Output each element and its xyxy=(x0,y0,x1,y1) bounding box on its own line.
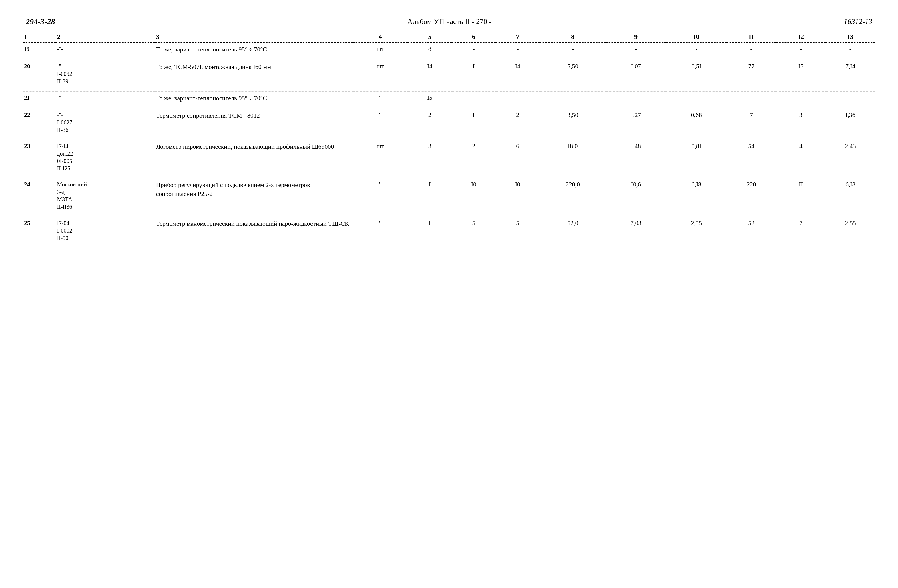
cell-6-12: II xyxy=(776,179,826,216)
cell-7-12: 7 xyxy=(776,217,826,244)
cell-3-10: - xyxy=(666,91,727,108)
cell-4-4: " xyxy=(353,109,408,139)
cell-6-10: 6,I8 xyxy=(666,179,727,216)
cell-1-2: -"- xyxy=(56,43,155,59)
cell-5-2: I7-I4доп.220I-005II-I25 xyxy=(56,140,155,177)
cell-7-10: 2,55 xyxy=(666,217,727,244)
cell-6-9: I0,6 xyxy=(606,179,666,216)
table-row: I9-"-То же, вариант-теплоноситель 95° ÷ … xyxy=(23,43,875,59)
cell-2-4: шт xyxy=(353,60,408,90)
cell-3-4: " xyxy=(353,91,408,108)
cell-7-6: 5 xyxy=(452,217,496,244)
cell-7-7: 5 xyxy=(496,217,540,244)
cell-5-11: 54 xyxy=(727,140,776,177)
cell-1-5: 8 xyxy=(408,43,452,59)
col-header-10: I0 xyxy=(666,31,727,43)
cell-5-4: шт xyxy=(353,140,408,177)
cell-5-7: 6 xyxy=(496,140,540,177)
cell-5-12: 4 xyxy=(776,140,826,177)
col-header-11: II xyxy=(727,31,776,43)
header-row: 294-3-28 Альбом УП часть II - 270 - 1631… xyxy=(23,17,875,26)
cell-2-3: То же, ТСМ-507I, монтажная длина I60 мм xyxy=(155,60,353,90)
cell-4-12: 3 xyxy=(776,109,826,139)
cell-2-6: I xyxy=(452,60,496,90)
cell-6-3: Прибор регулирующий с подключением 2-х т… xyxy=(155,179,353,216)
cell-2-12: I5 xyxy=(776,60,826,90)
cell-7-9: 7,03 xyxy=(606,217,666,244)
table-row: 22-"-I-0627II-36Термометр сопротивления … xyxy=(23,109,875,139)
cell-6-6: I0 xyxy=(452,179,496,216)
cell-2-2: -"-I-0092II-39 xyxy=(56,60,155,90)
cell-3-9: - xyxy=(606,91,666,108)
cell-4-13: I,36 xyxy=(826,109,875,139)
header-right: 16312-13 xyxy=(844,17,872,26)
cell-1-13: - xyxy=(826,43,875,59)
cell-3-12: - xyxy=(776,91,826,108)
table-row: 24Московский3-дМЗТАII-II36Прибор регулир… xyxy=(23,179,875,216)
cell-2-9: I,07 xyxy=(606,60,666,90)
cell-7-3: Термометр манометрический показывающий п… xyxy=(155,217,353,244)
cell-6-1: 24 xyxy=(23,179,56,216)
cell-4-11: 7 xyxy=(727,109,776,139)
cell-1-8: - xyxy=(540,43,606,59)
cell-5-5: 3 xyxy=(408,140,452,177)
cell-6-8: 220,0 xyxy=(540,179,606,216)
col-header-1: I xyxy=(23,31,56,43)
table-row: 2I-"-То же, вариант-теплоноситель 95° ÷ … xyxy=(23,91,875,108)
col-header-4: 4 xyxy=(353,31,408,43)
table-row: 20-"-I-0092II-39То же, ТСМ-507I, монтажн… xyxy=(23,60,875,90)
cell-6-13: 6,I8 xyxy=(826,179,875,216)
cell-2-7: I4 xyxy=(496,60,540,90)
col-header-7: 7 xyxy=(496,31,540,43)
cell-5-13: 2,43 xyxy=(826,140,875,177)
cell-4-10: 0,68 xyxy=(666,109,727,139)
cell-3-13: - xyxy=(826,91,875,108)
cell-2-13: 7,I4 xyxy=(826,60,875,90)
cell-3-5: I5 xyxy=(408,91,452,108)
cell-5-10: 0,8I xyxy=(666,140,727,177)
cell-3-6: - xyxy=(452,91,496,108)
main-table: I 2 3 4 5 6 7 8 9 I0 II I2 I3 I9-"-То же… xyxy=(23,31,875,244)
col-header-12: I2 xyxy=(776,31,826,43)
cell-6-7: I0 xyxy=(496,179,540,216)
table-row: 25I7-04I-0002II-50Термометр манометричес… xyxy=(23,217,875,244)
col-header-5: 5 xyxy=(408,31,452,43)
cell-3-8: - xyxy=(540,91,606,108)
cell-7-13: 2,55 xyxy=(826,217,875,244)
cell-1-4: шт xyxy=(353,43,408,59)
cell-1-1: I9 xyxy=(23,43,56,59)
cell-3-1: 2I xyxy=(23,91,56,108)
cell-1-9: - xyxy=(606,43,666,59)
cell-5-6: 2 xyxy=(452,140,496,177)
cell-6-11: 220 xyxy=(727,179,776,216)
cell-3-11: - xyxy=(727,91,776,108)
col-header-3: 3 xyxy=(155,31,353,43)
header-center: Альбом УП часть II - 270 - xyxy=(407,17,492,26)
cell-1-12: - xyxy=(776,43,826,59)
col-header-2: 2 xyxy=(56,31,155,43)
cell-3-7: - xyxy=(496,91,540,108)
cell-2-1: 20 xyxy=(23,60,56,90)
table-row: 23I7-I4доп.220I-005II-I25Логометр пироме… xyxy=(23,140,875,177)
cell-7-11: 52 xyxy=(727,217,776,244)
cell-2-11: 77 xyxy=(727,60,776,90)
cell-5-9: I,48 xyxy=(606,140,666,177)
cell-4-1: 22 xyxy=(23,109,56,139)
cell-2-10: 0,5I xyxy=(666,60,727,90)
col-header-6: 6 xyxy=(452,31,496,43)
cell-5-1: 23 xyxy=(23,140,56,177)
cell-6-5: I xyxy=(408,179,452,216)
cell-4-7: 2 xyxy=(496,109,540,139)
header-left: 294-3-28 xyxy=(26,17,55,26)
cell-7-2: I7-04I-0002II-50 xyxy=(56,217,155,244)
cell-4-6: I xyxy=(452,109,496,139)
cell-5-8: I8,0 xyxy=(540,140,606,177)
cell-1-7: - xyxy=(496,43,540,59)
cell-4-8: 3,50 xyxy=(540,109,606,139)
top-divider xyxy=(23,29,875,29)
cell-7-5: I xyxy=(408,217,452,244)
col-header-13: I3 xyxy=(826,31,875,43)
cell-7-1: 25 xyxy=(23,217,56,244)
cell-7-4: " xyxy=(353,217,408,244)
cell-3-2: -"- xyxy=(56,91,155,108)
